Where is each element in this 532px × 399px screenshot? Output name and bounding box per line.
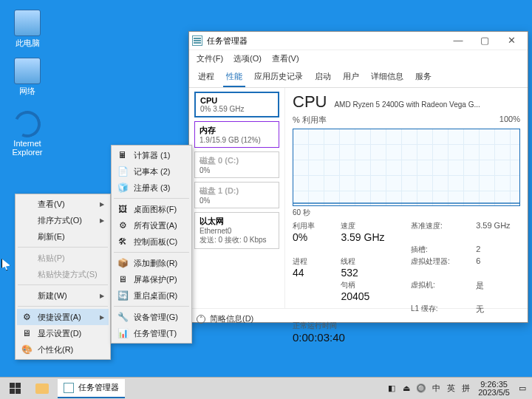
menu-label: 新建(W) <box>38 290 67 301</box>
menu-label: 屏幕保护(P) <box>134 274 177 285</box>
taskmgr-icon <box>192 35 202 46</box>
subctx-item[interactable]: 📦添加删除(R) <box>113 255 190 271</box>
tray-icon[interactable]: 🔘 <box>416 383 426 394</box>
menu-label: 便捷设置(A) <box>38 312 81 323</box>
side-card-ethernet[interactable]: 以太网 Ethernet0 发送: 0 接收: 0 Kbps <box>194 212 279 249</box>
card-sub: 0% 3.59 GHz <box>200 105 273 113</box>
explorer-pinned[interactable] <box>35 383 49 394</box>
ctx-item[interactable]: 刷新(E) <box>17 228 109 245</box>
subctx-item[interactable]: 🖥屏幕保护(P) <box>113 271 190 287</box>
side-card-disk1[interactable]: 磁盘 1 (D:) 0% <box>194 182 279 208</box>
ime-badge[interactable]: 英 <box>446 383 456 394</box>
util-max: 100% <box>499 115 520 126</box>
stat-k: 速度 <box>341 221 395 231</box>
chevron-up-icon[interactable]: ˄ <box>197 315 205 324</box>
stat-k: 线程 <box>341 256 395 267</box>
stat-v: 是 <box>476 281 484 290</box>
menu-icon: ⚙ <box>117 219 129 231</box>
menu-options[interactable]: 选项(O) <box>233 53 262 64</box>
x-axis-label: 60 秒 <box>293 208 520 218</box>
desktop-icon-this-pc[interactable]: 此电脑 <box>9 10 46 49</box>
tab-details[interactable]: 详细信息 <box>368 67 406 87</box>
stat-k: 虚拟机: <box>411 281 435 289</box>
tab-app-history[interactable]: 应用历史记录 <box>251 67 306 87</box>
menu-label: 添加删除(R) <box>134 258 177 269</box>
uptime-label: 正常运行时间 <box>293 321 520 331</box>
tab-processes[interactable]: 进程 <box>195 67 217 87</box>
ctx-item[interactable]: 🎨个性化(R) <box>17 341 109 358</box>
tab-performance[interactable]: 性能 <box>223 67 245 87</box>
footer-toggle[interactable]: 简略信息(D) <box>210 313 253 324</box>
tab-users[interactable]: 用户 <box>340 67 362 87</box>
util-label: % 利用率 <box>293 115 327 126</box>
maximize-button[interactable]: ▢ <box>471 33 498 48</box>
subctx-item[interactable]: 🛠控制面板(C) <box>113 233 190 250</box>
subctx-item[interactable]: 📄记事本 (2) <box>113 163 190 180</box>
card-sub: 0% <box>200 197 274 205</box>
ime-badge[interactable]: 拼 <box>460 383 471 394</box>
menu-label: 粘贴(P) <box>38 253 65 264</box>
ctx-item[interactable]: 新建(W) <box>17 287 109 304</box>
menu-label: 控制面板(C) <box>134 236 177 248</box>
ctx-item[interactable]: 粘贴快捷方式(S) <box>17 266 109 282</box>
ctx-item[interactable]: 粘贴(P) <box>17 250 109 266</box>
minimize-button[interactable]: — <box>445 33 471 48</box>
taskbar-clock[interactable]: 9:26:35 2023/5/5 <box>475 381 513 397</box>
menu-icon: 🖩 <box>117 149 129 161</box>
stat-v: 2 <box>476 245 480 253</box>
tab-startup[interactable]: 启动 <box>312 67 334 87</box>
card-title: 磁盘 0 (C:) <box>200 155 274 166</box>
subctx-item[interactable]: ⚙所有设置(A) <box>113 217 190 233</box>
subctx-item[interactable]: 🖩计算器 (1) <box>113 147 190 163</box>
menu-icon: 🔄 <box>117 290 129 301</box>
ctx-item[interactable]: 🖥显示设置(D) <box>17 325 109 341</box>
icon-label: 此电脑 <box>9 38 46 49</box>
side-card-memory[interactable]: 内存 1.9/15.9 GB (12%) <box>194 121 279 148</box>
taskbar-app-taskmgr[interactable]: 任务管理器 <box>58 379 125 398</box>
menu-view[interactable]: 查看(V) <box>272 53 299 64</box>
card-title: 内存 <box>200 125 274 136</box>
menu-file[interactable]: 文件(F) <box>197 53 223 64</box>
tab-bar: 进程 性能 应用历史记录 启动 用户 详细信息 服务 <box>189 67 528 88</box>
taskbar: 任务管理器 ◧ ⏏ 🔘 中 英 拼 9:26:35 2023/5/5 ▭ <box>0 377 532 399</box>
ctx-item[interactable]: 查看(V) <box>17 196 109 212</box>
card-sub: Ethernet0 发送: 0 接收: 0 Kbps <box>200 227 274 245</box>
window-title: 任务管理器 <box>207 35 248 47</box>
stat-v: 532 <box>341 267 395 279</box>
desktop-icon-network[interactable]: 网络 <box>9 58 46 97</box>
stat-k: 利用率 <box>293 221 324 231</box>
desktop-icon-ie[interactable]: Internet Explorer <box>9 111 46 157</box>
uptime-value: 0:00:03:40 <box>293 331 520 344</box>
stat-v: 3.59 GHz <box>341 231 395 243</box>
close-button[interactable]: ✕ <box>498 33 525 48</box>
subctx-item[interactable]: 🖼桌面图标(F) <box>113 201 190 217</box>
subctx-item[interactable]: 📊任务管理(T) <box>113 325 190 341</box>
side-card-cpu[interactable]: CPU 0% 3.59 GHz <box>194 92 279 117</box>
menu-label: 重启桌面(R) <box>134 290 177 301</box>
task-manager-window: 任务管理器 — ▢ ✕ 文件(F) 选项(O) 查看(V) 进程 性能 应用历史… <box>188 31 528 323</box>
card-sub: 0% <box>200 166 274 174</box>
stat-v: 6 <box>476 256 480 265</box>
tray-icon[interactable]: ⏏ <box>401 383 412 394</box>
titlebar[interactable]: 任务管理器 — ▢ ✕ <box>189 32 528 50</box>
tab-services[interactable]: 服务 <box>412 67 434 87</box>
stat-v: 3.59 GHz <box>476 221 510 230</box>
subctx-item[interactable]: 🔄重启桌面(R) <box>113 287 190 304</box>
subctx-item[interactable]: 🧊注册表 (3) <box>113 180 190 196</box>
menu-icon: ⚙ <box>21 311 33 323</box>
side-card-disk0[interactable]: 磁盘 0 (C:) 0% <box>194 151 279 178</box>
stat-k: 虚拟处理器: <box>411 257 450 265</box>
time: 9:26:35 <box>478 381 510 389</box>
menu-icon: 📦 <box>117 257 129 269</box>
card-title: 以太网 <box>200 216 274 227</box>
notifications-icon[interactable]: ▭ <box>517 383 528 394</box>
ctx-item[interactable]: 排序方式(O) <box>17 212 109 228</box>
subctx-item[interactable]: 🔧设备管理(G) <box>113 309 190 325</box>
tray-icon[interactable]: ◧ <box>386 383 397 394</box>
ctx-item[interactable]: ⚙便捷设置(A) <box>17 309 109 325</box>
cursor-icon <box>1 259 10 270</box>
ime-badge[interactable]: 中 <box>431 383 441 394</box>
start-button[interactable] <box>0 378 30 400</box>
stat-k: L1 缓存: <box>411 304 438 313</box>
stat-v: 44 <box>293 267 324 279</box>
